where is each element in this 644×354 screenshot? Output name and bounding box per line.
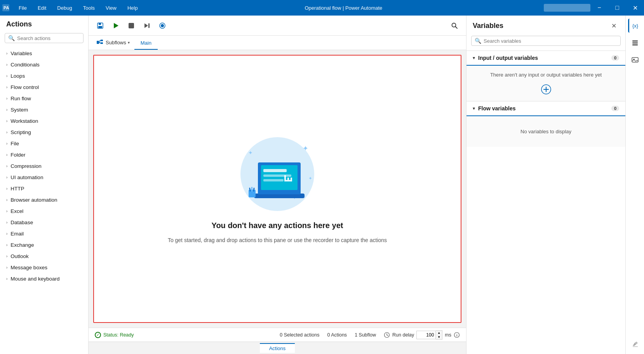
- chevron-right-icon: ›: [6, 153, 7, 157]
- action-group-flow-control[interactable]: › Flow control: [0, 82, 88, 93]
- search-actions-box[interactable]: 🔍: [5, 33, 84, 43]
- run-delay-input[interactable]: [416, 331, 436, 339]
- flow-variables-section-header[interactable]: ▾ Flow variables 0: [466, 101, 625, 115]
- run-delay-decrement[interactable]: ▼: [436, 335, 442, 339]
- toolbar: [89, 16, 466, 36]
- save-button[interactable]: [93, 19, 107, 33]
- action-group-http[interactable]: › HTTP: [0, 183, 88, 194]
- canvas-area: ✦ ✦ ✦ ✦ ✦: [93, 55, 461, 323]
- variables-search-input[interactable]: [484, 38, 617, 44]
- subflow-count: 1 Subflow: [355, 332, 376, 338]
- toolbar-search-button[interactable]: [447, 19, 461, 33]
- bottom-tab-actions[interactable]: Actions: [260, 343, 295, 353]
- status-ready: ✓ Status: Ready: [95, 332, 134, 338]
- actions-panel-title: Actions: [0, 16, 88, 31]
- chevron-right-icon: ›: [6, 243, 7, 247]
- close-button[interactable]: ✕: [626, 0, 644, 16]
- action-group-excel[interactable]: › Excel: [0, 206, 88, 217]
- chevron-right-icon: ›: [6, 108, 7, 112]
- action-group-ui-automation[interactable]: › UI automation: [0, 172, 88, 183]
- chevron-right-icon: ›: [6, 74, 7, 78]
- chevron-right-icon: ›: [6, 209, 7, 213]
- svg-rect-4: [98, 26, 102, 28]
- variables-panel-title: Variables: [473, 22, 608, 30]
- tab-main[interactable]: Main: [134, 37, 158, 50]
- menu-edit[interactable]: Edit: [32, 0, 52, 16]
- svg-rect-48: [632, 58, 638, 62]
- images-sidebar-button[interactable]: [628, 53, 642, 67]
- svg-rect-14: [101, 40, 103, 41]
- action-group-conditionals[interactable]: › Conditionals: [0, 59, 88, 70]
- variables-sidebar-button[interactable]: {x}: [628, 19, 642, 33]
- flow-variables-empty-text: No variables to display: [473, 122, 619, 141]
- actions-list: › Variables › Conditionals › Loops › Flo…: [0, 46, 88, 354]
- tab-bar: Subflows ▾ Main: [89, 36, 466, 50]
- layers-sidebar-button[interactable]: [628, 36, 642, 50]
- action-group-exchange[interactable]: › Exchange: [0, 239, 88, 251]
- action-group-database[interactable]: › Database: [0, 217, 88, 228]
- menu-debug[interactable]: Debug: [52, 0, 77, 16]
- subflows-tab-label: Subflows: [106, 40, 126, 45]
- svg-text:✦: ✦: [308, 176, 312, 181]
- variables-search-icon: 🔍: [475, 38, 481, 44]
- input-output-title: Input / output variables: [478, 55, 611, 61]
- input-output-section-header[interactable]: ▾ Input / output variables 0: [466, 51, 625, 65]
- menu-view[interactable]: View: [100, 0, 122, 16]
- selected-actions-count: 0 Selected actions: [280, 332, 319, 338]
- action-group-outlook[interactable]: › Outlook: [0, 251, 88, 262]
- action-group-compression[interactable]: › Compression: [0, 160, 88, 172]
- action-group-workstation[interactable]: › Workstation: [0, 115, 88, 127]
- chevron-right-icon: ›: [6, 63, 7, 67]
- svg-rect-3: [99, 23, 101, 25]
- chevron-right-icon: ›: [6, 220, 7, 225]
- action-group-message-boxes[interactable]: › Message boxes: [0, 262, 88, 273]
- action-group-scripting[interactable]: › Scripting: [0, 127, 88, 138]
- chevron-right-icon: ›: [6, 96, 7, 101]
- minimize-button[interactable]: −: [590, 0, 608, 16]
- chevron-right-icon: ›: [6, 265, 7, 270]
- run-delay-control: Run delay ▲ ▼ ms i: [384, 330, 460, 340]
- maximize-button[interactable]: □: [608, 0, 626, 16]
- svg-rect-13: [97, 41, 99, 44]
- clock-icon: [384, 332, 390, 338]
- chevron-right-icon: ›: [6, 85, 7, 89]
- menu-file[interactable]: File: [13, 0, 32, 16]
- variables-search-box[interactable]: 🔍: [471, 36, 621, 46]
- run-delay-increment[interactable]: ▲: [436, 331, 442, 335]
- action-group-email[interactable]: › Email: [0, 228, 88, 239]
- action-group-mouse-keyboard[interactable]: › Mouse and keyboard: [0, 273, 88, 284]
- svg-line-12: [456, 26, 458, 28]
- empty-state-illustration: ✦ ✦ ✦ ✦ ✦: [227, 133, 328, 215]
- record-button[interactable]: [155, 19, 169, 33]
- run-button[interactable]: [109, 19, 123, 33]
- variables-panel: Variables ✕ 🔍 ▾ Input / output variables…: [466, 16, 625, 354]
- variables-close-button[interactable]: ✕: [608, 20, 619, 31]
- tab-subflows[interactable]: Subflows ▾: [92, 36, 134, 50]
- app-icon: PA: [0, 2, 12, 14]
- action-group-file[interactable]: › File: [0, 138, 88, 149]
- flow-variables-count-badge: 0: [611, 106, 619, 111]
- flow-variables-content: No variables to display: [466, 115, 625, 147]
- actions-panel: Actions 🔍 › Variables › Conditionals › L…: [0, 16, 89, 354]
- chevron-right-icon: ›: [6, 119, 7, 123]
- menu-tools[interactable]: Tools: [78, 0, 100, 16]
- menu-help[interactable]: Help: [122, 0, 143, 16]
- action-group-run-flow[interactable]: › Run flow: [0, 93, 88, 104]
- window-title: Operational flow | Power Automate: [143, 5, 544, 11]
- action-group-browser-automation[interactable]: › Browser automation: [0, 194, 88, 206]
- svg-rect-8: [148, 23, 150, 28]
- chevron-right-icon: ›: [6, 277, 7, 281]
- stop-button[interactable]: [124, 19, 138, 33]
- chevron-right-icon: ›: [6, 164, 7, 168]
- action-group-folder[interactable]: › Folder: [0, 149, 88, 160]
- action-group-variables[interactable]: › Variables: [0, 48, 88, 59]
- search-actions-input[interactable]: [17, 35, 82, 41]
- titlebar: PA File Edit Debug Tools View Help Opera…: [0, 0, 644, 16]
- action-group-loops[interactable]: › Loops: [0, 70, 88, 82]
- action-group-system[interactable]: › System: [0, 104, 88, 115]
- svg-line-38: [387, 335, 388, 336]
- erase-button[interactable]: [628, 337, 642, 351]
- next-step-button[interactable]: [140, 19, 154, 33]
- add-variable-button[interactable]: [473, 84, 619, 95]
- chevron-right-icon: ›: [6, 254, 7, 258]
